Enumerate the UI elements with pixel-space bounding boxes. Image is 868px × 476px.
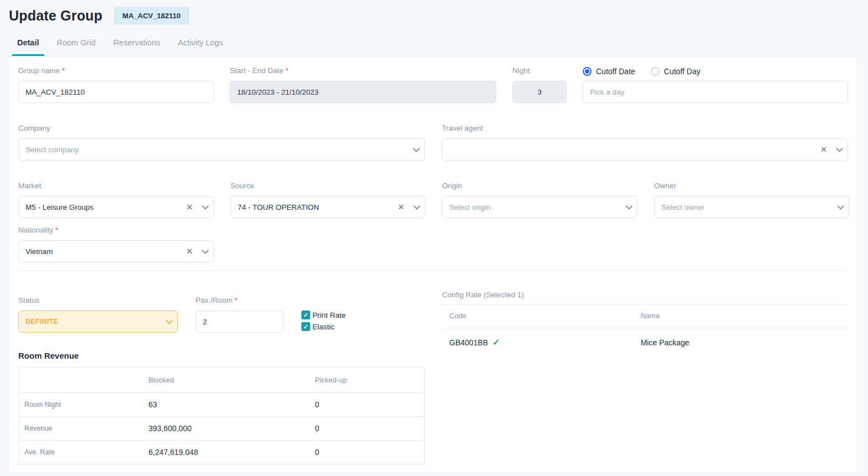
origin-label: Origin [442, 182, 638, 192]
status-value: DEFINITE [25, 318, 161, 325]
detail-panel: Group name Start - End Date 18/10/2023 -… [8, 56, 857, 473]
source-label: Source [230, 182, 425, 192]
company-placeholder: Select company [25, 146, 408, 154]
pax-room-input[interactable] [196, 311, 284, 333]
chevron-down-icon[interactable] [202, 203, 209, 210]
rate-name: Mice Package [633, 328, 849, 348]
section-divider [18, 270, 848, 271]
ave-rate-picked-up: 0 [315, 441, 425, 464]
revenue-label: Revenue [19, 417, 149, 441]
ave-rate-blocked: 6,247,619.048 [148, 441, 315, 464]
code-column-header: Code [442, 305, 633, 328]
origin-select[interactable]: Select origin [442, 196, 638, 218]
tab-activity-logs[interactable]: Activity Logs [173, 38, 228, 56]
date-range-value: 18/10/2023 - 21/10/2023 [237, 88, 489, 96]
chevron-down-icon[interactable] [837, 203, 844, 210]
status-label: Status [18, 296, 178, 306]
revenue-picked-up: 0 [315, 417, 425, 441]
tab-reservations[interactable]: Reservations [109, 38, 166, 56]
origin-placeholder: Select origin [449, 203, 621, 211]
source-select[interactable]: 74 - TOUR OPERATION ✕ [230, 196, 425, 218]
date-range-label: Start - End Date [230, 66, 496, 76]
picked-up-column-header: Picked-up [315, 368, 425, 393]
config-rate-title: Config Rate (Selected 1) [442, 291, 849, 301]
check-icon: ✓ [492, 337, 500, 348]
market-select[interactable]: M5 - Leisure Groups ✕ [18, 196, 214, 218]
clear-icon[interactable]: ✕ [186, 247, 193, 255]
nationality-value: Vietnam [25, 247, 182, 256]
owner-placeholder: Select owner [661, 203, 833, 211]
table-row: Revenue 393,600,000 0 [19, 417, 425, 441]
room-night-label: Room Night [19, 393, 149, 417]
company-select[interactable]: Select company [18, 138, 425, 161]
night-input: 3 [512, 81, 567, 103]
travel-agent-select[interactable]: ✕ [442, 138, 849, 161]
cutoff-day-option[interactable]: Cutoff Day [651, 67, 701, 76]
elastic-option[interactable]: Elastic [301, 322, 346, 331]
group-name-input[interactable] [18, 81, 214, 103]
revenue-blocked: 393,600,000 [148, 417, 315, 441]
tab-room-grid[interactable]: Room Grid [52, 38, 101, 56]
chevron-down-icon[interactable] [202, 247, 209, 254]
clear-icon[interactable]: ✕ [398, 203, 404, 211]
name-column-header: Name [633, 305, 849, 328]
table-row: Room Night 63 0 [19, 393, 425, 417]
print-rate-checkbox[interactable] [301, 311, 310, 319]
market-value: M5 - Leisure Groups [25, 203, 182, 211]
cutoff-date-radio[interactable] [583, 67, 592, 76]
night-value: 3 [537, 88, 542, 96]
print-rate-option[interactable]: Print Rate [301, 311, 346, 319]
pick-a-day-input[interactable] [583, 81, 848, 103]
owner-label: Owner [654, 182, 849, 192]
chevron-down-icon[interactable] [836, 145, 843, 152]
group-code-badge: MA_ACV_182110 [114, 7, 189, 25]
cutoff-day-label: Cutoff Day [664, 67, 701, 76]
elastic-label: Elastic [312, 323, 335, 331]
room-revenue-table: Blocked Picked-up Room Night 63 0 Revenu… [18, 367, 425, 464]
rate-code: GB4001BB [449, 338, 488, 347]
pax-room-label: Pax./Room [196, 296, 284, 306]
blocked-column-header: Blocked [148, 368, 315, 393]
chevron-down-icon[interactable] [413, 203, 420, 210]
config-rate-row[interactable]: GB4001BB ✓ Mice Package [442, 328, 849, 348]
cutoff-radio-group: Cutoff Date Cutoff Day [583, 66, 848, 76]
clear-icon[interactable]: ✕ [186, 203, 193, 211]
cutoff-date-label: Cutoff Date [596, 67, 635, 76]
ave-rate-label: Ave. Rate [19, 441, 149, 464]
page-header: Update Group MA_ACV_182110 Detail Room G… [0, 0, 868, 56]
chevron-down-icon[interactable] [166, 317, 173, 324]
source-value: 74 - TOUR OPERATION [238, 203, 393, 211]
nationality-select[interactable]: Vietnam ✕ [18, 240, 214, 262]
room-revenue-title: Room Revenue [18, 351, 425, 360]
chevron-down-icon[interactable] [625, 203, 633, 210]
page-title: Update Group [9, 8, 102, 24]
group-name-label: Group name [18, 66, 214, 76]
owner-select[interactable]: Select owner [654, 196, 849, 218]
print-rate-label: Print Rate [312, 311, 346, 319]
nationality-label: Nationality [18, 226, 214, 236]
market-label: Market [18, 182, 214, 192]
chevron-down-icon[interactable] [413, 145, 420, 152]
date-range-input: 18/10/2023 - 21/10/2023 [230, 81, 496, 103]
clear-icon[interactable]: ✕ [820, 146, 827, 153]
status-select[interactable]: DEFINITE [18, 311, 178, 333]
table-row: Ave. Rate 6,247,619.048 0 [19, 441, 425, 464]
elastic-checkbox[interactable] [301, 322, 310, 331]
company-label: Company [18, 124, 425, 134]
cutoff-day-radio[interactable] [651, 67, 660, 76]
tab-bar: Detail Room Grid Reservations Activity L… [12, 38, 868, 56]
room-night-picked-up: 0 [315, 393, 425, 417]
travel-agent-label: Travel agent [442, 124, 849, 134]
cutoff-date-option[interactable]: Cutoff Date [583, 67, 635, 76]
room-night-blocked: 63 [148, 393, 315, 417]
night-label: Night [512, 66, 567, 76]
tab-detail[interactable]: Detail [12, 38, 44, 56]
